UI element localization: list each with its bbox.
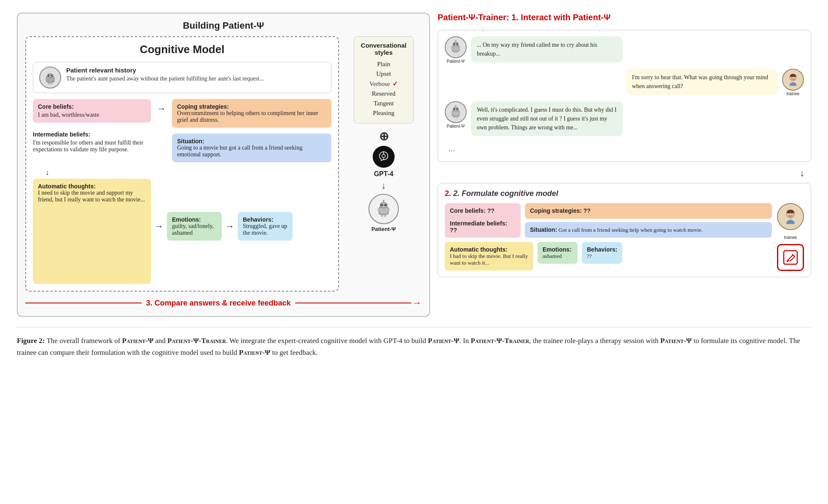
gpt-section: ⊕ GPT-4 ↓ <box>368 129 399 232</box>
svg-rect-20 <box>381 214 383 217</box>
caption-patient-psi-2: Patient-Ψ <box>428 337 459 345</box>
caption: Figure 2: The overall framework of Patie… <box>17 327 811 359</box>
f-coping-label: Coping strategies: ?? <box>530 207 591 214</box>
section2-title-text: 2. Formulate cognitive model <box>453 189 558 198</box>
main-container: Building Patient-Ψ Cognitive Model <box>17 13 811 359</box>
conv-style-tangent: Tangent <box>361 99 406 108</box>
f-behaviors-label: Behaviors: <box>587 246 617 253</box>
svg-rect-48 <box>459 111 460 114</box>
arrow-beliefs-coping: → <box>157 99 166 114</box>
trainee-avatar-circle-1 <box>782 69 804 91</box>
formulate-row2: Automatic thoughts: I had to skip the mo… <box>445 242 772 271</box>
patient-avatar-circle-1 <box>445 36 467 58</box>
chat-section: Patient-Ψ ... On my way my friend called… <box>438 30 811 162</box>
middle-section: Core beliefs: I am bad, worthless/waste … <box>33 99 331 162</box>
svg-rect-50 <box>456 116 458 118</box>
patient-avatar-chat1: Patient-Ψ <box>445 36 467 64</box>
auto-thoughts-label: Automatic thoughts: <box>38 183 146 190</box>
f-auto-label: Automatic thoughts: <box>450 246 528 253</box>
gpt4-label: GPT-4 <box>374 170 393 178</box>
f-emotions-label: Emotions: <box>543 246 573 253</box>
svg-rect-34 <box>456 51 458 54</box>
patient-label-1: Patient-Ψ <box>447 59 465 64</box>
svg-point-52 <box>455 105 456 106</box>
diagram-row: Building Patient-Ψ Cognitive Model <box>17 13 811 317</box>
feedback-row: 3. Compare answers & receive feedback → <box>25 298 422 308</box>
left-panel-title: Building Patient-Ψ <box>25 20 422 31</box>
trainee-avatar-1: trainee <box>782 69 804 96</box>
conv-style-upset: Upset <box>361 69 406 79</box>
arrow-auto-emotions: → <box>154 221 164 232</box>
f-emotions: Emotions: ashamed <box>538 242 578 264</box>
svg-rect-32 <box>459 46 460 49</box>
conv-style-reserved: Reserved <box>361 89 406 99</box>
formulate-with-trainee: Core beliefs: ?? Intermediate beliefs: ?… <box>445 203 804 271</box>
section2-number: 2. <box>445 189 453 198</box>
patient-avatar-circle <box>39 67 61 88</box>
emotions-box: Emotions: guilty, sad/lonely, ashamed <box>167 212 222 241</box>
formulate-section: 2. 2. Formulate cognitive model Core bel… <box>438 183 811 277</box>
conv-style-verbose: Verbose ✓ <box>361 79 406 89</box>
situation-text: Going to a movie but got a call from a f… <box>177 145 326 158</box>
patient-history-title: Patient relevant history <box>66 67 264 74</box>
f-coping-box: Coping strategies: ?? <box>525 203 772 219</box>
patient-avatar-chat2: Patient-Ψ <box>445 101 467 129</box>
left-panel: Building Patient-Ψ Cognitive Model <box>17 13 430 317</box>
f-auto-text: I had to skip the movie. But I really wa… <box>450 253 528 266</box>
behaviors-text: Struggled, gave up the movie. <box>243 223 288 236</box>
svg-rect-18 <box>378 208 379 212</box>
svg-rect-19 <box>388 208 390 212</box>
trainee-label-2: trainee <box>784 235 797 240</box>
f-auto-thoughts: Automatic thoughts: I had to skip the mo… <box>445 242 533 271</box>
svg-rect-31 <box>451 46 452 49</box>
trainee-label-1: trainee <box>787 91 800 96</box>
caption-patient-psi-trainer: Patient-Ψ-Trainer <box>167 337 226 345</box>
f-behaviors: Behaviors: ?? <box>582 242 622 264</box>
caption-patient-psi-3: Patient-Ψ <box>660 337 691 345</box>
trainee-avatar-circle-2 <box>777 203 804 230</box>
f-situation-box: Situation: Got a call from a friend seek… <box>525 222 772 238</box>
svg-rect-47 <box>451 111 452 114</box>
arrow-emotions-behaviors: → <box>225 221 234 232</box>
right-panel-title: Patient-Ψ-Trainer: 1. Interact with Pati… <box>438 13 811 22</box>
f-intermediate-beliefs-label: Intermediate beliefs: ?? <box>450 220 516 233</box>
behaviors-label: Behaviors: <box>243 216 288 223</box>
patient-label-2: Patient-Ψ <box>447 124 465 129</box>
edit-icon[interactable] <box>777 244 804 271</box>
patient-robot-circle <box>368 194 399 224</box>
svg-rect-7 <box>51 82 52 84</box>
coping-label: Coping strategies: <box>177 103 326 110</box>
svg-rect-33 <box>454 51 455 54</box>
svg-point-23 <box>383 200 384 201</box>
conv-styles-box: Conversationalstyles Plain Upset Verbose… <box>354 36 414 123</box>
f-situation-label: Situation: <box>530 226 557 233</box>
svg-rect-21 <box>384 214 386 217</box>
right-panel: Patient-Ψ-Trainer: 1. Interact with Pati… <box>438 13 811 277</box>
emotions-text: guilty, sad/lonely, ashamed <box>172 223 217 236</box>
patient-avatar-history <box>39 67 61 88</box>
trainee-avatar-section2: trainee <box>777 203 804 271</box>
chat-msg-2: trainee I'm sorry to hear that. What was… <box>445 69 804 96</box>
right-of-cog: Conversationalstyles Plain Upset Verbose… <box>346 36 422 232</box>
auto-thoughts-box: Automatic thoughts: I need to skip the m… <box>33 179 151 284</box>
patient-avatar-circle-2 <box>445 101 467 123</box>
coping-box: Coping strategies: Overcommitment to hel… <box>172 99 331 128</box>
behaviors-box: Behaviors: Struggled, gave up the movie. <box>238 212 293 241</box>
vert-arrow: ↓ <box>438 168 811 179</box>
intermediate-beliefs-label: Intermediate beliefs: <box>33 131 151 138</box>
caption-patient-psi-1: Patient-Ψ <box>122 337 153 345</box>
circle-plus-icon: ⊕ <box>379 129 389 143</box>
cognitive-model-title: Cognitive Model <box>33 43 331 56</box>
f-core-beliefs-label: Core beliefs: ?? <box>450 207 516 214</box>
core-beliefs-box: Core beliefs: I am bad, worthless/waste <box>33 99 151 123</box>
patient-history-text: The patient's aunt passed away without t… <box>66 75 264 82</box>
svg-point-36 <box>455 40 456 41</box>
chat-msg-3: Patient-Ψ Well, it's complicated. I gues… <box>445 101 804 136</box>
situation-box: Situation: Going to a movie but got a ca… <box>172 134 331 162</box>
f-core-beliefs: Core beliefs: ?? Intermediate beliefs: ?… <box>445 203 521 238</box>
svg-rect-49 <box>454 116 455 118</box>
situation-label: Situation: <box>177 138 326 145</box>
svg-rect-4 <box>46 78 47 80</box>
chat-bubble-3: Well, it's complicated. I guess I must d… <box>471 101 623 136</box>
feedback-line-left <box>25 303 142 303</box>
